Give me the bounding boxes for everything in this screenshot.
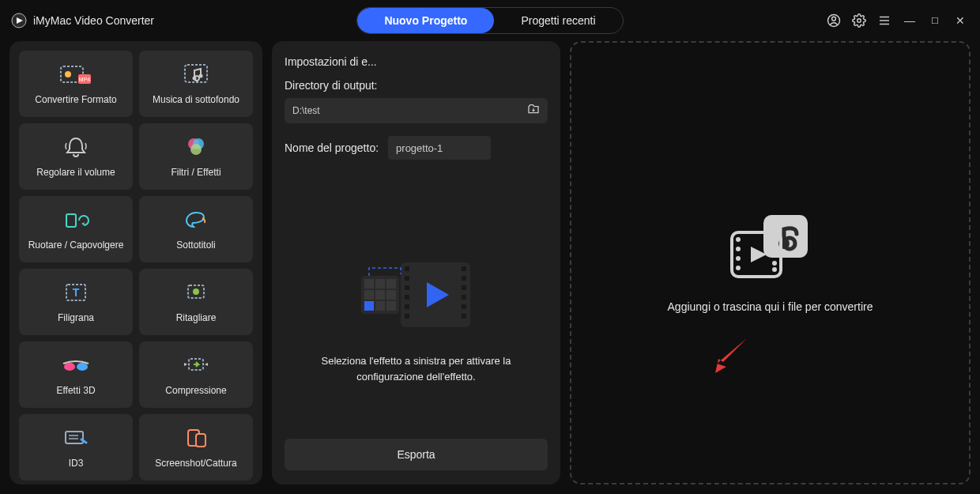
- titlebar-left: iMyMac Video Converter: [11, 13, 327, 28]
- svg-rect-46: [405, 314, 409, 319]
- tool-label: ID3: [69, 458, 84, 469]
- tool-filters-effects[interactable]: Filtri / Effetti: [139, 123, 253, 190]
- effect-placeholder-message: Seleziona l'effetto a sinistra per attiv…: [302, 353, 531, 384]
- annotation-red-arrow-icon: [707, 335, 755, 375]
- svg-point-61: [772, 267, 777, 272]
- tool-id3[interactable]: ID3: [19, 414, 133, 481]
- svg-point-16: [190, 144, 202, 155]
- svg-point-57: [736, 247, 741, 251]
- window-maximize[interactable]: ☐: [926, 16, 944, 26]
- svg-text:T: T: [73, 286, 80, 299]
- effect-placeholder: Seleziona l'effetto a sinistra per attiv…: [285, 166, 548, 429]
- tool-label: Musica di sottofondo: [153, 94, 239, 105]
- tool-3d-effects[interactable]: Effetti 3D: [19, 341, 133, 408]
- svg-point-13: [193, 77, 197, 81]
- svg-rect-31: [364, 279, 374, 288]
- titlebar: iMyMac Video Converter Nuovo Progetto Pr…: [0, 0, 980, 41]
- tool-label: Filtri / Effetti: [171, 167, 220, 178]
- svg-point-22: [64, 363, 75, 371]
- svg-point-58: [736, 256, 741, 261]
- tab-group: Nuovo Progetto Progetti recenti: [327, 7, 653, 34]
- svg-rect-42: [405, 276, 409, 281]
- tab-recent-projects-label: Progetti recenti: [521, 14, 595, 27]
- svg-point-12: [199, 74, 203, 78]
- tab-recent-projects[interactable]: Progetti recenti: [494, 8, 622, 33]
- export-button-label: Esporta: [397, 448, 435, 461]
- svg-point-56: [736, 237, 741, 242]
- tool-label: Ritagliare: [176, 312, 217, 323]
- id3-tag-icon: [58, 426, 93, 450]
- svg-rect-43: [405, 285, 409, 290]
- output-dir-value: D:\test: [292, 105, 527, 116]
- svg-point-3: [858, 19, 861, 23]
- main-content: MP4 Convertire Formato Musica di sottofo…: [0, 41, 980, 494]
- svg-rect-35: [375, 290, 385, 300]
- titlebar-right: — ☐ ✕: [653, 12, 969, 29]
- svg-rect-41: [405, 266, 409, 271]
- file-dropzone[interactable]: Aggiungi o trascina qui i file per conve…: [570, 41, 971, 485]
- svg-point-60: [772, 261, 777, 266]
- export-settings-panel: Impostazioni di e... Directory di output…: [272, 41, 560, 485]
- menu-icon[interactable]: [876, 12, 893, 29]
- tool-convert-format[interactable]: MP4 Convertire Formato: [19, 51, 133, 117]
- tool-screenshot-capture[interactable]: Screenshot/Cattura: [139, 414, 253, 481]
- window-close[interactable]: ✕: [952, 14, 969, 27]
- svg-rect-44: [405, 295, 409, 300]
- tool-rotate-flip[interactable]: Ruotare / Capovolgere: [19, 196, 133, 262]
- tool-background-music[interactable]: Musica di sottofondo: [139, 51, 253, 117]
- tool-compression[interactable]: Compressione: [139, 341, 253, 408]
- watermark-icon: T: [58, 281, 93, 304]
- filters-icon: [179, 135, 213, 159]
- tool-label: Effetti 3D: [56, 385, 95, 396]
- subtitles-icon: [179, 208, 213, 232]
- svg-rect-36: [386, 290, 396, 300]
- svg-rect-25: [66, 432, 83, 443]
- svg-rect-17: [66, 214, 76, 227]
- tool-grid: MP4 Convertire Formato Musica di sottofo…: [19, 51, 253, 481]
- tool-adjust-volume[interactable]: Regolare il volume: [19, 123, 133, 190]
- svg-text:MP4: MP4: [79, 77, 91, 82]
- tool-label: Compressione: [165, 385, 226, 396]
- tab-new-project-label: Nuovo Progetto: [384, 14, 467, 27]
- tool-crop[interactable]: Ritagliare: [139, 269, 253, 335]
- tool-label: Screenshot/Cattura: [155, 458, 236, 469]
- tool-label: Filigrana: [58, 312, 94, 323]
- tool-label: Sottotitoli: [176, 239, 215, 251]
- svg-rect-50: [462, 295, 466, 300]
- dropzone-icon: [727, 213, 814, 281]
- convert-format-icon: MP4: [58, 62, 93, 86]
- svg-rect-47: [462, 266, 466, 271]
- tool-label: Convertire Formato: [35, 94, 116, 105]
- svg-point-59: [736, 266, 741, 270]
- svg-rect-48: [462, 276, 466, 281]
- svg-point-23: [77, 363, 88, 371]
- svg-point-2: [832, 17, 836, 21]
- settings-heading: Impostazioni di e...: [285, 55, 548, 68]
- account-icon[interactable]: [825, 12, 842, 29]
- settings-gear-icon[interactable]: [850, 12, 868, 29]
- svg-rect-52: [462, 314, 466, 319]
- tool-watermark[interactable]: T Filigrana: [19, 269, 133, 335]
- project-name-input[interactable]: [388, 136, 491, 160]
- tool-sidebar: MP4 Convertire Formato Musica di sottofo…: [9, 41, 262, 485]
- output-dir-field[interactable]: D:\test: [285, 98, 548, 123]
- music-icon: [179, 62, 213, 86]
- svg-rect-45: [405, 304, 409, 309]
- svg-rect-32: [375, 279, 385, 288]
- tab-new-project[interactable]: Nuovo Progetto: [357, 8, 494, 33]
- svg-rect-33: [386, 279, 396, 288]
- project-name-row: Nome del progetto:: [285, 136, 548, 160]
- window-minimize[interactable]: —: [901, 14, 918, 27]
- output-dir-label: Directory di output:: [285, 79, 548, 92]
- tool-subtitles[interactable]: Sottotitoli: [139, 196, 253, 262]
- tool-label: Ruotare / Capovolgere: [28, 239, 124, 251]
- project-name-label: Nome del progetto:: [285, 141, 379, 154]
- volume-bell-icon: [58, 135, 93, 159]
- glasses-3d-icon: [58, 353, 93, 377]
- export-button[interactable]: Esporta: [285, 439, 548, 470]
- browse-folder-icon[interactable]: [527, 103, 540, 119]
- svg-point-8: [65, 71, 71, 77]
- tool-label: Regolare il volume: [36, 167, 115, 178]
- svg-rect-29: [196, 434, 205, 447]
- svg-rect-11: [185, 65, 207, 82]
